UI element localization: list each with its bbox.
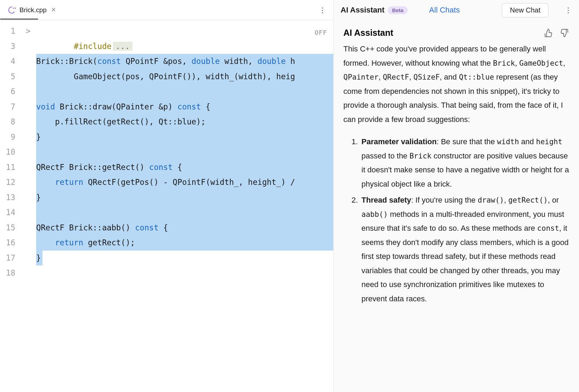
message-content: This C++ code you've provided appears to…	[343, 42, 569, 306]
chevron-right-icon: >	[26, 24, 31, 39]
gutter-line: 4	[0, 54, 22, 69]
editor-more-menu-icon[interactable]: ⋮	[319, 5, 326, 15]
cpp-file-icon: + +	[8, 6, 16, 14]
suggestion-list: Parameter validation: Be sure that the w…	[343, 135, 569, 306]
gutter-line: 3	[0, 39, 22, 54]
code-line[interactable]	[35, 266, 333, 281]
gutter-line: 17	[0, 251, 22, 266]
editor-tab-brick[interactable]: + + Brick.cpp ✕	[4, 2, 60, 18]
editor-tab-label: Brick.cpp	[19, 6, 47, 14]
editor-pane: + + Brick.cpp ✕ ⋮ OFF 1 3 4 5 6 7 8 9 10…	[0, 0, 334, 392]
code-line[interactable]	[35, 145, 333, 160]
assistant-more-menu-icon[interactable]: ⋮	[564, 5, 572, 15]
code-line[interactable]: p.fillRect(getRect(), Qt::blue);	[35, 114, 333, 130]
message-header: AI Assistant	[343, 28, 569, 38]
gutter-line: 7	[0, 99, 22, 115]
editor-tabbar: + + Brick.cpp ✕ ⋮	[0, 0, 333, 20]
all-chats-link[interactable]: All Chats	[429, 6, 460, 15]
gutter-line: 5	[0, 69, 22, 84]
close-icon[interactable]: ✕	[50, 7, 57, 14]
code-line[interactable]: GameObject(pos, QPointF()), width_(width…	[35, 69, 333, 84]
gutter-line: 11	[0, 160, 22, 175]
code-line[interactable]: QRectF Brick::getRect() const {	[35, 160, 333, 175]
assistant-title: AI Assistant	[341, 6, 384, 15]
gutter-line: 10	[0, 145, 22, 160]
intro-text: This C++ code you've provided appears to…	[343, 44, 565, 124]
fold-column: >	[22, 20, 35, 392]
assistant-body[interactable]: AI Assistant This C++ code you've provid…	[334, 20, 579, 392]
code-area[interactable]: #include... Brick::Brick(const QPointF &…	[35, 20, 333, 392]
code-line[interactable]: #include...	[35, 24, 333, 39]
thumbs-up-icon[interactable]	[544, 28, 553, 38]
code-line[interactable]: QRectF Brick::aabb() const {	[35, 220, 333, 236]
suggestion-item: Parameter validation: Be sure that the w…	[360, 135, 569, 191]
code-line[interactable]: Brick::Brick(const QPointF &pos, double …	[35, 54, 333, 69]
code-line[interactable]	[35, 205, 333, 220]
code-line[interactable]	[35, 84, 333, 99]
fold-marker[interactable]: >	[22, 24, 35, 39]
code-line[interactable]: return QRectF(getPos() - QPointF(width_,…	[35, 175, 333, 190]
code-line[interactable]: }	[35, 130, 333, 145]
code-line[interactable]: void Brick::draw(QPainter &p) const {	[35, 99, 333, 115]
assistant-pane: AI Assistant Beta All Chats New Chat ⋮ A…	[334, 0, 579, 392]
code-line[interactable]: return getRect();	[35, 235, 333, 251]
active-tab-indicator	[0, 18, 38, 20]
gutter-line: 6	[0, 84, 22, 99]
gutter-line: 1	[0, 24, 22, 39]
new-chat-button[interactable]: New Chat	[502, 3, 548, 17]
gutter-line: 12	[0, 175, 22, 190]
gutter-line: 9	[0, 130, 22, 145]
svg-text:+: +	[15, 7, 16, 10]
gutter-line: 8	[0, 114, 22, 130]
gutter-line: 16	[0, 235, 22, 251]
code-line[interactable]: }	[35, 190, 333, 205]
code-line[interactable]: }	[35, 251, 333, 266]
beta-badge: Beta	[388, 6, 408, 14]
editor-body[interactable]: OFF 1 3 4 5 6 7 8 9 10 11 12 13 14 15 16…	[0, 20, 333, 392]
include-directive: #include	[74, 42, 111, 51]
gutter-line: 14	[0, 205, 22, 220]
gutter-line: 18	[0, 266, 22, 281]
gutter-line: 13	[0, 190, 22, 205]
folded-includes[interactable]: ...	[113, 42, 133, 51]
thumbs-down-icon[interactable]	[560, 28, 569, 38]
gutter-line: 15	[0, 220, 22, 236]
message-sender: AI Assistant	[343, 28, 393, 38]
suggestion-item: Thread safety: If you're using the draw(…	[360, 193, 569, 306]
line-gutter: 1 3 4 5 6 7 8 9 10 11 12 13 14 15 16 17 …	[0, 20, 22, 392]
assistant-header: AI Assistant Beta All Chats New Chat ⋮	[334, 0, 579, 20]
